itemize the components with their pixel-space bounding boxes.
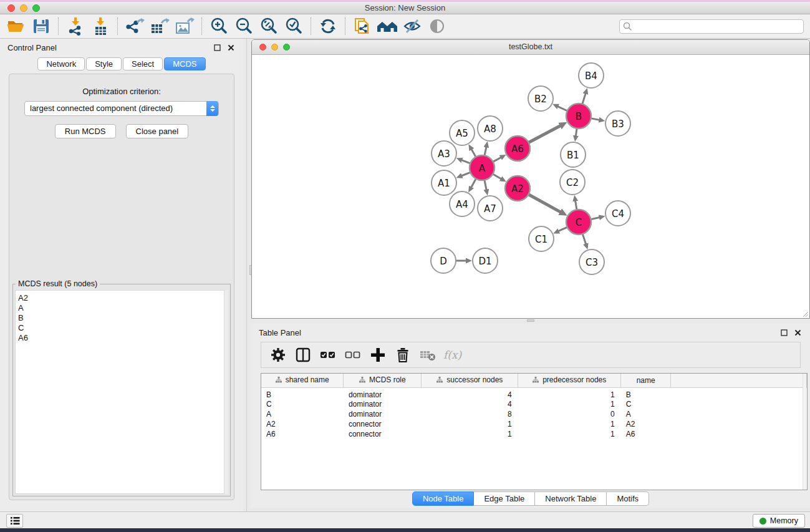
save-session-button[interactable] — [29, 16, 54, 36]
column-header-mcds-role[interactable]: MCDS role — [344, 374, 422, 387]
result-item-c[interactable]: C — [18, 323, 228, 333]
zoom-in-button[interactable] — [206, 16, 231, 36]
node-a1[interactable]: A1 — [432, 170, 456, 195]
network-overview-button[interactable] — [375, 16, 400, 36]
edge-A6-B[interactable] — [528, 125, 561, 143]
table-row-a[interactable]: Adominator80A — [261, 409, 807, 419]
run-mcds-button[interactable]: Run MCDS — [55, 124, 116, 138]
result-list-scrollbar[interactable] — [224, 290, 228, 494]
tab-style[interactable]: Style — [86, 57, 122, 70]
node-a[interactable]: A — [470, 155, 494, 180]
close-table-panel-icon[interactable] — [793, 327, 803, 337]
network-canvas[interactable]: B4B2BB3B1A5A8A6A3AA1C2A2A4A7CC4C1C3DD1 — [252, 55, 809, 318]
column-header-predecessor-nodes[interactable]: predecessor nodes — [518, 374, 621, 387]
add-column-button[interactable] — [369, 346, 387, 364]
node-table: shared nameMCDS rolesuccessor nodesprede… — [261, 374, 807, 439]
close-panel-button[interactable]: Close panel — [126, 124, 189, 138]
maximize-window-button[interactable] — [32, 4, 40, 12]
minimize-window-button[interactable] — [20, 4, 27, 12]
show-columns-button[interactable] — [294, 346, 312, 364]
float-table-panel-icon[interactable] — [779, 327, 789, 337]
node-a4[interactable]: A4 — [450, 191, 475, 216]
vertical-splitter[interactable] — [246, 39, 247, 511]
table-row-a2[interactable]: A2connector11A2 — [261, 419, 807, 429]
node-d1[interactable]: D1 — [473, 248, 498, 273]
open-session-button[interactable] — [4, 16, 29, 36]
node-a6[interactable]: A6 — [505, 136, 530, 161]
memory-button[interactable]: Memory — [753, 514, 805, 528]
node-c2[interactable]: C2 — [560, 170, 585, 195]
tab-network[interactable]: Network — [37, 57, 85, 70]
task-history-button[interactable] — [6, 514, 23, 528]
float-panel-icon[interactable] — [212, 42, 222, 52]
table-row-b[interactable]: Bdominator41B — [261, 387, 807, 399]
close-window-button[interactable] — [7, 4, 15, 12]
node-b4[interactable]: B4 — [579, 63, 604, 88]
tab-edge-table[interactable]: Edge Table — [474, 491, 535, 506]
column-header-shared-name[interactable]: shared name — [261, 374, 344, 387]
table-row-a6[interactable]: A6connector11A6 — [261, 429, 807, 439]
tab-motifs[interactable]: Motifs — [607, 491, 649, 506]
node-b3[interactable]: B3 — [605, 111, 630, 136]
select-all-button[interactable] — [319, 346, 337, 364]
column-header-successor-nodes[interactable]: successor nodes — [422, 374, 518, 387]
node-c[interactable]: C — [566, 210, 591, 235]
node-a7[interactable]: A7 — [478, 196, 503, 221]
delete-column-button[interactable] — [393, 346, 412, 364]
tab-mcds[interactable]: MCDS — [164, 57, 205, 70]
hide-graphics-details-button[interactable] — [400, 16, 425, 36]
refresh-button[interactable] — [316, 16, 340, 36]
node-b2[interactable]: B2 — [528, 86, 553, 111]
cell-mcds-role: dominator — [344, 409, 422, 419]
node-c4[interactable]: C4 — [605, 201, 630, 226]
export-table-button[interactable] — [147, 16, 172, 36]
table-settings-button[interactable] — [269, 346, 287, 364]
column-header-name[interactable]: name — [621, 374, 671, 387]
table-type-tabs: Node TableEdge TableNetwork TableMotifs — [251, 491, 810, 506]
horizontal-splitter-grip[interactable] — [527, 319, 534, 322]
result-item-b[interactable]: B — [18, 313, 228, 323]
mcds-result-list[interactable]: A2ABCA6 — [15, 290, 228, 494]
network-maximize-button[interactable] — [283, 44, 290, 51]
export-image-button[interactable] — [172, 16, 197, 36]
node-a5[interactable]: A5 — [450, 120, 475, 145]
node-c3[interactable]: C3 — [579, 249, 604, 274]
import-table-button[interactable] — [88, 16, 113, 36]
zoom-selected-button[interactable] — [281, 16, 306, 36]
tab-node-table[interactable]: Node Table — [412, 491, 475, 506]
network-minimize-button[interactable] — [271, 44, 278, 51]
network-window-titlebar[interactable]: testGlobe.txt — [252, 40, 809, 55]
tab-select[interactable]: Select — [123, 57, 163, 70]
node-b[interactable]: B — [566, 104, 591, 128]
select-stepper-icon — [206, 101, 218, 116]
node-d[interactable]: D — [431, 248, 456, 273]
node-a3[interactable]: A3 — [432, 141, 456, 166]
plus-icon — [370, 347, 385, 362]
show-graphics-details-button[interactable] — [425, 16, 450, 36]
table-row-c[interactable]: Cdominator41C — [261, 399, 807, 409]
result-item-a[interactable]: A — [18, 303, 228, 313]
zoom-fit-button[interactable] — [256, 16, 281, 36]
optimization-criterion-select[interactable]: largest connected component (directed) — [24, 101, 219, 116]
node-a8[interactable]: A8 — [478, 116, 503, 141]
search-input[interactable] — [619, 19, 804, 34]
clone-network-button[interactable] — [350, 16, 375, 36]
node-b1[interactable]: B1 — [561, 142, 586, 167]
result-item-a6[interactable]: A6 — [18, 333, 228, 343]
node-a2[interactable]: A2 — [505, 176, 530, 201]
tab-network-table[interactable]: Network Table — [535, 491, 607, 506]
resize-grip-icon[interactable] — [801, 310, 809, 317]
table-header-row[interactable]: shared nameMCDS rolesuccessor nodesprede… — [261, 374, 807, 387]
edge-A2-C[interactable] — [528, 194, 561, 212]
network-close-button[interactable] — [259, 44, 266, 51]
export-network-button[interactable] — [122, 16, 147, 36]
result-item-a2[interactable]: A2 — [18, 293, 228, 303]
table-scrollbar[interactable] — [803, 374, 806, 490]
zoom-out-button[interactable] — [231, 16, 256, 36]
node-c1[interactable]: C1 — [529, 226, 554, 251]
import-network-button[interactable] — [63, 16, 88, 36]
export-image-icon — [175, 17, 195, 36]
close-panel-icon[interactable] — [226, 42, 236, 52]
deselect-all-button[interactable] — [344, 346, 362, 364]
toolbar-separator — [58, 17, 59, 35]
